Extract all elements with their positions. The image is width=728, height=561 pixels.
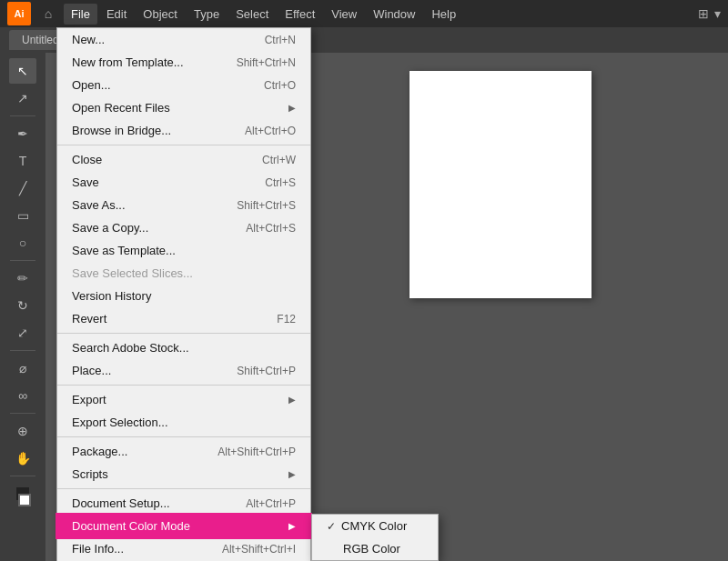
tool-fill-stroke[interactable] bbox=[9, 481, 36, 512]
menu-item-save-template[interactable]: Save as Template... bbox=[57, 239, 310, 262]
tool-eyedropper[interactable]: ⌀ bbox=[9, 356, 36, 381]
tool-select[interactable]: ↖ bbox=[9, 58, 36, 84]
tool-sep-4 bbox=[10, 413, 35, 414]
scripts-arrow: ▶ bbox=[288, 469, 296, 479]
menu-item-revert[interactable]: Revert F12 bbox=[57, 307, 310, 330]
tool-hand[interactable]: ✋ bbox=[9, 446, 36, 471]
menu-type[interactable]: Type bbox=[187, 4, 227, 25]
submenu-cmyk[interactable]: ✓ CMYK Color bbox=[312, 515, 438, 537]
home-icon[interactable]: ⌂ bbox=[38, 4, 58, 24]
export-arrow: ▶ bbox=[288, 395, 296, 405]
sep-1 bbox=[57, 145, 310, 145]
tool-scale[interactable]: ⤢ bbox=[9, 320, 36, 346]
doc-color-arrow: ▶ bbox=[288, 521, 296, 531]
menu-item-browse-bridge[interactable]: Browse in Bridge... Alt+Ctrl+O bbox=[57, 119, 310, 142]
tool-sep-3 bbox=[10, 350, 35, 351]
menu-item-document-color-mode[interactable]: Document Color Mode ▶ ✓ CMYK Color RGB C… bbox=[57, 515, 310, 537]
menu-file[interactable]: File bbox=[64, 4, 97, 25]
menu-effect[interactable]: Effect bbox=[278, 4, 322, 25]
sep-3 bbox=[57, 385, 310, 386]
sep-2 bbox=[57, 333, 310, 334]
tool-blend[interactable]: ∞ bbox=[9, 383, 36, 408]
menu-item-version-history[interactable]: Version History bbox=[57, 285, 310, 307]
menu-item-place[interactable]: Place... Shift+Ctrl+P bbox=[57, 359, 310, 382]
menu-view[interactable]: View bbox=[324, 4, 364, 25]
grid-icon: ⊞ bbox=[698, 6, 709, 21]
tool-sep-2 bbox=[10, 260, 35, 261]
menu-item-open-recent[interactable]: Open Recent Files ▶ bbox=[57, 96, 310, 119]
menu-item-package[interactable]: Package... Alt+Shift+Ctrl+P bbox=[57, 440, 310, 463]
tool-sep-5 bbox=[10, 476, 35, 476]
menu-item-new-template[interactable]: New from Template... Shift+Ctrl+N bbox=[57, 51, 310, 74]
canvas-page bbox=[410, 71, 592, 298]
sep-4 bbox=[57, 436, 310, 437]
menu-object[interactable]: Object bbox=[136, 4, 185, 25]
cmyk-check: ✓ bbox=[327, 520, 336, 533]
menu-item-save-copy[interactable]: Save a Copy... Alt+Ctrl+S bbox=[57, 216, 310, 239]
menu-bar-right: ⊞ ▾ bbox=[698, 6, 721, 21]
tool-sep-1 bbox=[10, 115, 35, 116]
tool-line[interactable]: ╱ bbox=[9, 175, 36, 201]
ai-logo: Ai bbox=[7, 2, 31, 25]
submenu-rgb[interactable]: RGB Color bbox=[312, 537, 438, 560]
tool-type[interactable]: T bbox=[9, 148, 36, 174]
menu-edit[interactable]: Edit bbox=[99, 4, 134, 25]
menu-item-open[interactable]: Open... Ctrl+O bbox=[57, 74, 310, 96]
chevron-icon: ▾ bbox=[714, 6, 721, 21]
menu-window[interactable]: Window bbox=[366, 4, 422, 25]
menu-item-new[interactable]: New... Ctrl+N bbox=[57, 28, 310, 51]
menu-item-save[interactable]: Save Ctrl+S bbox=[57, 171, 310, 194]
file-dropdown-menu: New... Ctrl+N New from Template... Shift… bbox=[56, 27, 311, 561]
tool-rotate[interactable]: ↻ bbox=[9, 293, 36, 318]
sep-5 bbox=[57, 488, 310, 489]
left-toolbar: ↖ ↗ ✒ T ╱ ▭ ○ ✏ ↻ ⤢ ⌀ ∞ ⊕ ✋ bbox=[0, 53, 46, 561]
menu-bar: Ai ⌂ File Edit Object Type Select Effect… bbox=[0, 0, 728, 27]
menu-item-save-as[interactable]: Save As... Shift+Ctrl+S bbox=[57, 194, 310, 216]
tool-pen[interactable]: ✒ bbox=[9, 121, 36, 146]
menu-item-close[interactable]: Close Ctrl+W bbox=[57, 148, 310, 171]
tool-direct-select[interactable]: ↗ bbox=[9, 85, 36, 111]
menu-item-file-info[interactable]: File Info... Alt+Shift+Ctrl+I bbox=[57, 537, 310, 560]
menu-item-scripts[interactable]: Scripts ▶ bbox=[57, 463, 310, 486]
menu-help[interactable]: Help bbox=[424, 4, 463, 25]
menu-item-document-setup[interactable]: Document Setup... Alt+Ctrl+P bbox=[57, 492, 310, 515]
tool-brush[interactable]: ✏ bbox=[9, 265, 36, 291]
menu-select[interactable]: Select bbox=[228, 4, 276, 25]
menu-item-search-stock[interactable]: Search Adobe Stock... bbox=[57, 336, 310, 359]
open-recent-arrow: ▶ bbox=[288, 103, 296, 113]
tool-zoom[interactable]: ⊕ bbox=[9, 418, 36, 444]
tool-rect[interactable]: ▭ bbox=[9, 203, 36, 228]
doc-color-submenu: ✓ CMYK Color RGB Color bbox=[311, 514, 439, 561]
menu-item-export-selection[interactable]: Export Selection... bbox=[57, 411, 310, 434]
tool-ellipse[interactable]: ○ bbox=[9, 230, 36, 255]
menu-item-export[interactable]: Export ▶ bbox=[57, 388, 310, 411]
menu-item-save-selected[interactable]: Save Selected Slices... bbox=[57, 262, 310, 285]
